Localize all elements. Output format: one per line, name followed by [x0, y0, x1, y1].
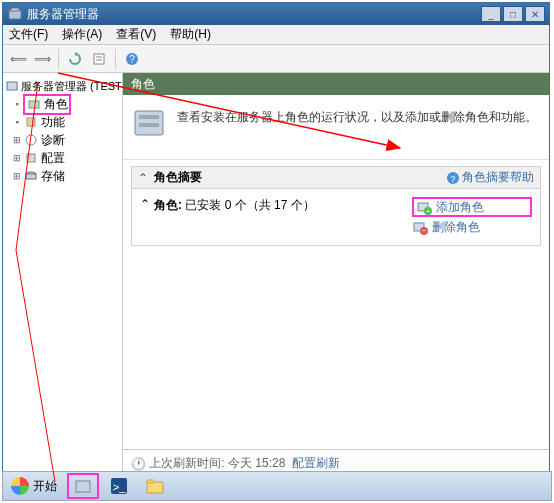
expand-icon[interactable]: ▪ [11, 99, 23, 109]
roles-summary-box: ⌃ 角色摘要 ? 角色摘要帮助 ⌃ 角色: 已安装 0 个（共 17 个） [131, 166, 541, 246]
svg-text:+: + [426, 207, 431, 215]
svg-rect-2 [94, 54, 104, 64]
remove-role-label: 删除角色 [432, 219, 480, 236]
add-role-label: 添加角色 [436, 199, 484, 216]
add-role-link[interactable]: + 添加角色 [412, 197, 532, 217]
tree-storage[interactable]: ⊞ 存储 [5, 167, 120, 185]
start-label: 开始 [33, 478, 57, 495]
maximize-button[interactable]: □ [503, 6, 523, 22]
start-button[interactable]: 开始 [5, 473, 63, 499]
summary-header[interactable]: ⌃ 角色摘要 ? 角色摘要帮助 [132, 167, 540, 189]
tree-features[interactable]: ▪ 功能 [5, 113, 120, 131]
tree-roles-label: 角色 [44, 96, 68, 113]
close-button[interactable]: ✕ [525, 6, 545, 22]
taskbar-explorer[interactable] [139, 473, 171, 499]
svg-rect-16 [139, 123, 159, 127]
tree-storage-label: 存储 [41, 168, 65, 185]
tree-diagnostics-label: 诊断 [41, 132, 65, 149]
storage-icon [23, 168, 39, 184]
svg-point-10 [26, 135, 36, 145]
expand-icon[interactable]: ⊞ [11, 153, 23, 163]
windows-logo-icon [11, 477, 29, 495]
content-header: 角色 [123, 73, 549, 95]
window-title: 服务器管理器 [27, 6, 481, 23]
svg-rect-8 [29, 101, 39, 108]
app-icon [7, 6, 23, 22]
last-refresh-icon: 🕐 [131, 457, 146, 471]
menu-file[interactable]: 文件(F) [9, 26, 48, 43]
expand-icon[interactable]: ⊞ [11, 135, 23, 145]
roles-status: ⌃ 角色: 已安装 0 个（共 17 个） [140, 197, 412, 237]
expand-icon[interactable]: ▪ [11, 117, 23, 127]
diagnostics-icon [23, 132, 39, 148]
menu-help[interactable]: 帮助(H) [170, 26, 211, 43]
config-icon [23, 150, 39, 166]
toolbar: ⟸ ⟹ ? [3, 45, 549, 73]
menubar: 文件(F) 操作(A) 查看(V) 帮助(H) [3, 25, 549, 45]
taskbar-server-manager[interactable] [67, 473, 99, 499]
summary-help-link[interactable]: ? 角色摘要帮助 [446, 169, 534, 186]
menu-action[interactable]: 操作(A) [62, 26, 102, 43]
help-button[interactable]: ? [121, 48, 143, 70]
properties-button[interactable] [88, 48, 110, 70]
tree-diagnostics[interactable]: ⊞ 诊断 [5, 131, 120, 149]
tree-config[interactable]: ⊞ 配置 [5, 149, 120, 167]
window-body: 服务器管理器 (TEST-ZHUAD) ▪ 角色 ▪ 功能 ⊞ [3, 73, 549, 477]
tree-config-label: 配置 [41, 150, 65, 167]
config-refresh-link[interactable]: 配置刷新 [292, 455, 340, 472]
svg-text:>_: >_ [113, 481, 126, 493]
banner: 查看安装在服务器上角色的运行状况，以及添加或删除角色和功能。 [123, 95, 549, 160]
nav-forward-button[interactable]: ⟹ [31, 48, 53, 70]
refresh-button[interactable] [64, 48, 86, 70]
svg-rect-13 [26, 174, 36, 179]
svg-rect-1 [11, 8, 19, 11]
server-icon [5, 78, 19, 94]
svg-rect-7 [7, 82, 17, 90]
tree-features-label: 功能 [41, 114, 65, 131]
menu-view[interactable]: 查看(V) [116, 26, 156, 43]
last-refresh-label: 上次刷新时间: [149, 455, 224, 472]
tree-root[interactable]: 服务器管理器 (TEST-ZHUAD) [5, 77, 120, 95]
svg-rect-9 [27, 118, 35, 126]
content-pane: 角色 查看安装在服务器上角色的运行状况，以及添加或删除角色和功能。 ⌃ 角色摘要… [123, 73, 549, 477]
titlebar[interactable]: 服务器管理器 _ □ ✕ [3, 3, 549, 25]
navigation-tree[interactable]: 服务器管理器 (TEST-ZHUAD) ▪ 角色 ▪ 功能 ⊞ [3, 73, 123, 477]
tree-roles[interactable]: ▪ 角色 [5, 95, 120, 113]
roles-summary-icon: ⌃ [140, 197, 150, 237]
collapse-icon[interactable]: ⌃ [138, 171, 148, 185]
roles-label: 角色: [154, 198, 182, 212]
svg-rect-29 [147, 480, 154, 483]
svg-rect-15 [139, 115, 159, 119]
svg-rect-11 [27, 154, 35, 162]
roles-icon [26, 96, 42, 112]
svg-rect-25 [76, 481, 90, 492]
minimize-button[interactable]: _ [481, 6, 501, 22]
svg-text:−: − [422, 226, 427, 235]
banner-icon [131, 105, 167, 141]
nav-back-button[interactable]: ⟸ [7, 48, 29, 70]
roles-installed-count: 已安装 0 个（共 17 个） [185, 198, 314, 212]
content-header-title: 角色 [131, 76, 155, 93]
svg-text:?: ? [450, 174, 455, 184]
last-refresh-time: 今天 15:28 [228, 455, 285, 472]
svg-text:?: ? [129, 54, 135, 65]
server-manager-window: 服务器管理器 _ □ ✕ 文件(F) 操作(A) 查看(V) 帮助(H) ⟸ ⟹… [2, 2, 550, 478]
summary-help-label: 角色摘要帮助 [462, 169, 534, 186]
remove-role-link[interactable]: − 删除角色 [412, 217, 532, 237]
expand-icon[interactable]: ⊞ [11, 171, 23, 181]
banner-text: 查看安装在服务器上角色的运行状况，以及添加或删除角色和功能。 [177, 105, 537, 141]
svg-rect-28 [147, 482, 163, 493]
taskbar[interactable]: 开始 >_ [2, 471, 552, 501]
features-icon [23, 114, 39, 130]
summary-title: 角色摘要 [154, 169, 446, 186]
taskbar-powershell[interactable]: >_ [103, 473, 135, 499]
